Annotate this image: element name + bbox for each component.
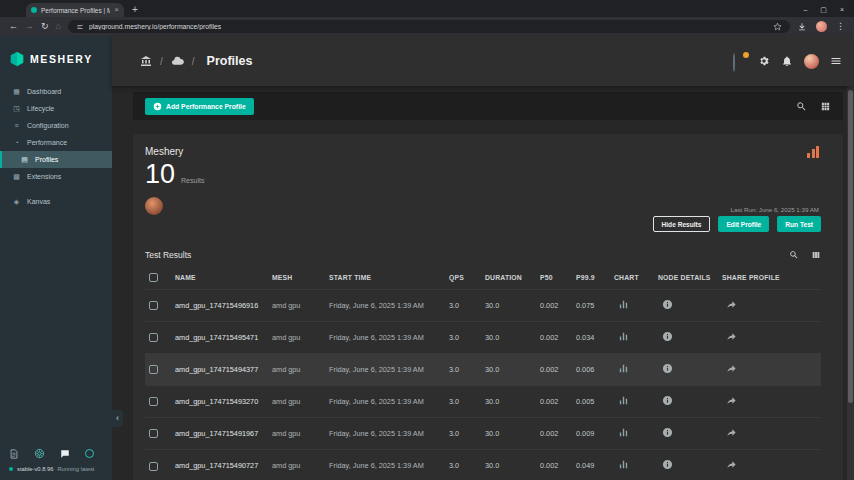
chart-icon[interactable] [618,427,629,438]
results-table: NAMEMESHSTART TIMEQPSDURATIONP50P99.9CHA… [145,264,821,480]
notes-icon[interactable] [9,449,19,459]
window-close-button[interactable]: × [840,6,844,13]
row-checkbox[interactable] [149,429,158,438]
column-header-mesh[interactable]: MESH [268,264,325,290]
chart-icon[interactable] [618,299,629,310]
table-search-icon[interactable] [789,250,799,260]
sidebar-item-dashboard[interactable]: ▦ Dashboard [0,83,112,100]
back-button[interactable]: ← [9,22,18,31]
browser-profile-avatar[interactable] [816,21,827,32]
chart-icon[interactable] [618,459,629,470]
settings-gear-icon[interactable] [758,55,770,67]
site-info-icon[interactable] [76,23,84,31]
statusbar-icons [9,448,109,459]
new-tab-button[interactable]: + [132,5,138,15]
column-header-p50[interactable]: P50 [536,264,572,290]
home-button[interactable]: ⌂ [56,22,61,31]
kubernetes-wheel-icon[interactable] [34,448,45,459]
status-ring-icon[interactable] [85,449,94,458]
sidebar-item-profiles[interactable]: ▤ Profiles [0,151,112,168]
addressbar-actions: ⋮ [797,21,845,32]
column-header-p99-9[interactable]: P99.9 [572,264,610,290]
user-avatar[interactable] [804,54,819,69]
browser-menu-icon[interactable]: ⋮ [836,22,845,31]
bookmark-star-icon[interactable] [773,22,782,31]
sidebar-item-performance[interactable]: ◔ Performance [0,134,112,151]
table-row[interactable]: amd_gpu_174715493270 amd gpu Friday, Jun… [145,386,821,418]
window-maximize-button[interactable]: ▢ [820,6,827,13]
row-checkbox[interactable] [149,397,158,406]
add-performance-profile-button[interactable]: Add Performance Profile [145,98,254,115]
workspace-cloud-icon[interactable] [171,55,184,68]
search-icon[interactable] [796,101,807,112]
browser-tab[interactable]: Performance Profiles | M × [26,3,124,17]
nav-item-label: Lifecycle [27,105,54,112]
share-profile-icon[interactable] [726,299,737,310]
node-details-icon[interactable] [662,363,673,374]
node-details-icon[interactable] [662,459,673,470]
select-all-checkbox[interactable] [149,273,158,282]
node-details-icon[interactable] [662,395,673,406]
hamburger-menu-icon[interactable] [830,55,842,67]
results-label: Results [181,177,204,184]
share-profile-icon[interactable] [726,427,737,438]
column-header-qps[interactable]: QPS [445,264,481,290]
share-profile-icon[interactable] [726,459,737,470]
forward-button[interactable]: → [25,22,34,31]
share-profile-icon[interactable] [726,331,737,342]
download-icon[interactable] [797,22,807,32]
sidebar-item-configuration[interactable]: ≡ Configuration [0,117,112,134]
column-header-chart[interactable]: CHART [610,264,654,290]
address-bar[interactable]: playground.meshery.io/performance/profil… [68,20,790,33]
share-profile-icon[interactable] [726,363,737,374]
grid-view-icon[interactable] [820,101,831,112]
row-checkbox[interactable] [149,333,158,342]
cell-start-time: Friday, June 6, 2025 1:39 AM [325,386,445,418]
node-details-icon[interactable] [662,427,673,438]
cell-duration: 30.0 [481,450,536,480]
sidebar-item-kanvas[interactable]: ◈ Kanvas [0,193,112,210]
table-row[interactable]: amd_gpu_174715495471 amd gpu Friday, Jun… [145,322,821,354]
cell-p50: 0.002 [536,386,572,418]
table-row[interactable]: amd_gpu_174715496916 amd gpu Friday, Jun… [145,290,821,322]
table-row[interactable]: amd_gpu_174715490727 amd gpu Friday, Jun… [145,450,821,480]
notifications-bell-icon[interactable] [781,55,793,67]
edit-profile-button[interactable]: Edit Profile [718,216,769,232]
sidebar-item-lifecycle[interactable]: ◳ Lifecycle [0,100,112,117]
meshery-logo[interactable]: MESHERY [0,36,112,67]
column-header-start-time[interactable]: START TIME [325,264,445,290]
column-header-node-details[interactable]: NODE DETAILS [654,264,718,290]
window-minimize-button[interactable]: – [803,6,807,13]
node-details-icon[interactable] [662,331,673,342]
table-row[interactable]: amd_gpu_174715494377 amd gpu Friday, Jun… [145,354,821,386]
profile-name: Meshery [145,146,821,157]
organization-icon[interactable] [140,55,152,67]
column-header-duration[interactable]: DURATION [481,264,536,290]
chat-icon[interactable] [60,449,70,459]
row-checkbox[interactable] [149,365,158,374]
view-columns-icon[interactable] [811,250,821,260]
run-test-button[interactable]: Run Test [777,216,821,232]
tab-close-icon[interactable]: × [114,6,119,14]
column-header-share-profile[interactable]: SHARE PROFILE [718,264,821,290]
hide-results-button[interactable]: Hide Results [653,216,711,232]
column-header-name[interactable]: NAME [171,264,268,290]
row-checkbox[interactable] [149,462,158,471]
chart-icon[interactable] [618,331,629,342]
chart-icon[interactable] [618,395,629,406]
table-row[interactable]: amd_gpu_174715491967 amd gpu Friday, Jun… [145,418,821,450]
share-profile-icon[interactable] [726,395,737,406]
node-details-icon[interactable] [662,299,673,310]
sidebar-item-extensions[interactable]: ▩ Extensions [0,168,112,185]
profile-actions: Hide Results Edit Profile Run Test [653,216,821,232]
row-checkbox[interactable] [149,301,158,310]
header-actions [733,54,842,69]
reload-button[interactable]: ↻ [41,22,49,31]
sidebar-collapse-button[interactable]: ‹ [112,410,123,427]
table-header-row: NAMEMESHSTART TIMEQPSDURATIONP50P99.9CHA… [145,264,821,290]
chart-icon[interactable] [618,363,629,374]
context-switcher[interactable] [733,54,747,68]
cell-p50: 0.002 [536,322,572,354]
scrollbar-thumb[interactable] [848,90,853,403]
cell-duration: 30.0 [481,290,536,322]
